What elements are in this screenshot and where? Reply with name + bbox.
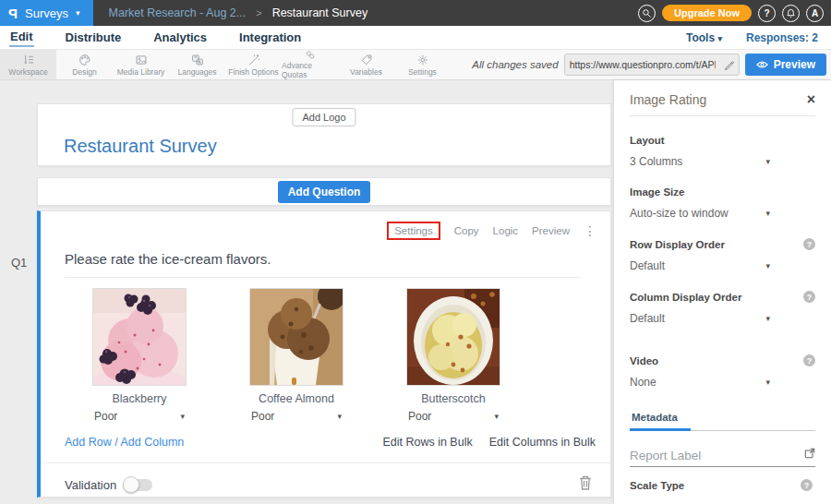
notifications-button[interactable]: [782, 5, 800, 22]
close-icon[interactable]: ×: [807, 92, 815, 107]
upgrade-now-button[interactable]: Upgrade Now: [662, 5, 752, 21]
rating-dropdown[interactable]: Poor ▾: [404, 410, 502, 423]
row-display-order-dropdown[interactable]: Default ▾: [630, 259, 770, 272]
image-size-dropdown[interactable]: Auto-size to window ▾: [630, 207, 770, 220]
survey-header-card: Add Logo Restaurant Survey: [37, 103, 611, 166]
add-column-link[interactable]: Add Column: [121, 436, 185, 449]
edit-columns-in-bulk-link[interactable]: Edit Columns in Bulk: [489, 436, 596, 449]
slash-separator: /: [114, 436, 117, 449]
edit-url-button[interactable]: [720, 60, 739, 70]
pencil-icon: [724, 60, 734, 70]
chevron-down-icon: ▾: [337, 412, 342, 421]
add-question-button[interactable]: Add Question: [278, 181, 371, 203]
report-label-input[interactable]: [630, 449, 804, 462]
field-label: Layout: [630, 135, 665, 146]
scale-type-label: Scale Type: [630, 480, 684, 491]
search-button[interactable]: [638, 5, 656, 22]
question-copy-button[interactable]: Copy: [454, 225, 479, 236]
rating-item-coffee-almond: Coffee Almond Poor ▾: [246, 288, 347, 423]
bell-icon: [786, 8, 796, 18]
question-preview-button[interactable]: Preview: [532, 225, 570, 236]
blackberry-image[interactable]: [92, 288, 187, 386]
nav-tab-analytics[interactable]: Analytics: [152, 29, 208, 46]
survey-url-box: [564, 54, 740, 76]
nav-right: Tools ▾ Responses: 2: [686, 31, 822, 44]
tag-icon: [360, 54, 373, 66]
question-settings-button[interactable]: Settings: [387, 222, 440, 240]
expand-button[interactable]: [804, 446, 815, 462]
search-icon: [642, 8, 652, 18]
rating-dropdown[interactable]: Poor ▾: [247, 410, 345, 423]
coffee-almond-image[interactable]: [249, 288, 343, 386]
panel-title: Image Rating: [630, 92, 706, 107]
delete-question-button[interactable]: [579, 475, 592, 494]
add-logo-button[interactable]: Add Logo: [292, 108, 355, 126]
toolbar-item-media-library[interactable]: Media Library: [113, 50, 169, 79]
help-icon[interactable]: ?: [803, 238, 815, 250]
question-card: Q1 Settings Copy Logic Preview ⋮ Please …: [37, 210, 611, 498]
chevron-down-icon: ▾: [765, 261, 770, 270]
field-label: Video: [630, 355, 658, 366]
more-options-icon[interactable]: ⋮: [584, 223, 596, 238]
toolbar-item-variables[interactable]: Variables: [338, 50, 394, 79]
question-text[interactable]: Please rate the ice-cream flavors.: [65, 251, 610, 267]
breadcrumb-separator-icon: >: [256, 7, 261, 18]
toggle-knob: [123, 476, 139, 493]
survey-canvas: Add Logo Restaurant Survey Add Question …: [0, 80, 614, 504]
chevron-down-icon: ▾: [717, 34, 722, 43]
toolbar-item-languages[interactable]: Languages: [169, 50, 225, 79]
question-logic-button[interactable]: Logic: [493, 225, 519, 236]
toolbar-item-design[interactable]: Design: [56, 50, 113, 79]
workspace-icon: [22, 54, 35, 66]
item-label[interactable]: Butterscotch: [421, 392, 485, 405]
toolbar-item-settings[interactable]: Settings: [394, 50, 451, 79]
nav-tab-integration[interactable]: Integration: [238, 29, 302, 46]
help-button[interactable]: ?: [758, 5, 776, 22]
item-label[interactable]: Blackberry: [112, 392, 166, 405]
preview-button[interactable]: Preview: [745, 54, 826, 76]
toolbar-item-finish-options[interactable]: Finish Options: [225, 50, 282, 79]
toolbar-item-workspace[interactable]: Workspace: [0, 50, 56, 79]
breadcrumb-parent[interactable]: Market Research - Aug 2...: [109, 6, 247, 19]
product-label: Surveys: [25, 6, 68, 20]
survey-url-input[interactable]: [565, 59, 720, 70]
surveys-menu[interactable]: P Surveys ▾: [0, 0, 93, 26]
tools-menu[interactable]: Tools ▾: [686, 31, 722, 44]
chevron-down-icon: ▾: [76, 8, 80, 18]
survey-title[interactable]: Restaurant Survey: [64, 136, 217, 157]
layout-dropdown[interactable]: 3 Columns ▾: [630, 155, 770, 168]
field-layout: Layout 3 Columns ▾: [630, 135, 815, 168]
nav-tab-edit[interactable]: Edit: [9, 28, 34, 47]
help-icon[interactable]: ?: [801, 479, 813, 491]
help-icon[interactable]: ?: [803, 291, 815, 303]
chevron-down-icon: ▾: [180, 412, 185, 421]
item-label[interactable]: Coffee Almond: [259, 392, 334, 405]
field-label: Image Size: [630, 186, 684, 198]
video-dropdown[interactable]: None ▾: [630, 376, 770, 389]
report-label-field: [630, 446, 815, 467]
question-settings-panel: Image Rating × Layout 3 Columns ▾ Image …: [614, 80, 831, 504]
add-row-link[interactable]: Add Row: [65, 436, 112, 449]
validation-label: Validation: [65, 478, 116, 492]
breadcrumb-current: Restaurant Survey: [272, 6, 368, 19]
responses-count[interactable]: Responses: 2: [746, 31, 818, 44]
column-display-order-dropdown[interactable]: Default ▾: [630, 312, 770, 325]
rating-dropdown[interactable]: Poor ▾: [90, 410, 188, 423]
field-video: Video ? None ▾: [630, 354, 815, 389]
rating-item-butterscotch: Butterscotch Poor ▾: [403, 288, 504, 423]
breadcrumb: Market Research - Aug 2... > Restaurant …: [93, 0, 368, 26]
field-row-display-order: Row Display Order ? Default ▾: [630, 238, 815, 272]
panel-divider: [630, 115, 815, 116]
validation-toggle[interactable]: [125, 479, 152, 491]
question-number: Q1: [11, 256, 27, 270]
tab-metadata[interactable]: Metadata: [630, 412, 691, 431]
field-image-size: Image Size Auto-size to window ▾: [630, 186, 815, 220]
edit-rows-in-bulk-link[interactable]: Edit Rows in Bulk: [382, 436, 472, 449]
work-area: Add Logo Restaurant Survey Add Question …: [0, 80, 831, 504]
butterscotch-image[interactable]: [406, 288, 500, 386]
avatar[interactable]: A: [806, 5, 824, 22]
help-icon[interactable]: ?: [803, 354, 815, 366]
gear-icon: [416, 54, 429, 66]
toolbar-item-advance-quotas[interactable]: Advance Quotas: [282, 50, 338, 79]
nav-tab-distribute[interactable]: Distribute: [65, 29, 123, 46]
